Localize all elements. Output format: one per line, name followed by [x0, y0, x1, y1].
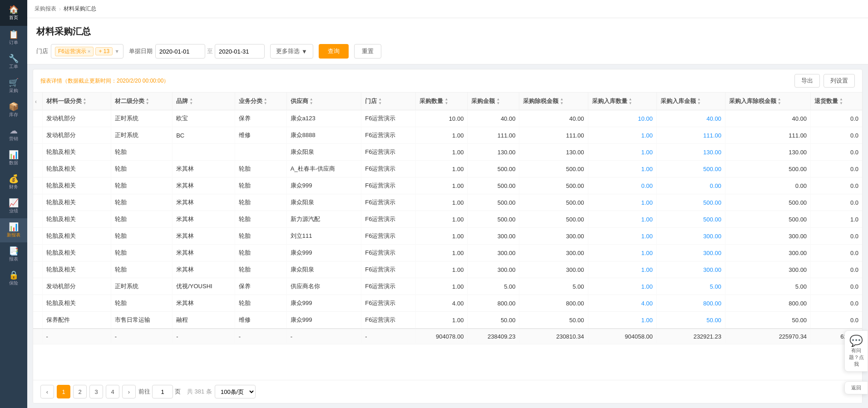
sidebar-item-insurance[interactable]: 🔒 保险 — [0, 266, 27, 290]
th-brand[interactable]: 品牌 ▲▼ — [173, 93, 235, 110]
table-cell[interactable]: 5.00 — [656, 278, 725, 295]
store-tag-close[interactable]: × — [88, 49, 90, 54]
table-cell[interactable]: 800.00 — [656, 295, 725, 312]
col-set-button[interactable]: 列设置 — [824, 74, 855, 88]
back-button[interactable]: 返回 — [844, 381, 868, 394]
table-cell[interactable]: 500.00 — [656, 194, 725, 211]
table-cell[interactable]: 300.00 — [656, 261, 725, 278]
sidebar-label-stock: 库存 — [9, 112, 18, 118]
table-cell[interactable]: 1.00 — [588, 245, 656, 261]
table-cell: 轮胎及相关 — [42, 194, 111, 211]
sidebar-item-stock[interactable]: 📦 库存 — [0, 98, 27, 122]
table-cell: 1.00 — [416, 228, 468, 245]
left-scroll-icon[interactable]: ‹ — [35, 98, 37, 105]
chevron-down-icon: ▼ — [301, 48, 307, 55]
table-cell: 0.0 — [811, 177, 862, 194]
table-toolbar: 报表详情（数据截止更新时间：2020/2/20 00:00:00） 导出 列设置 — [33, 69, 862, 93]
sidebar-item-report[interactable]: 📑 报表 — [0, 242, 27, 266]
table-cell[interactable]: 300.00 — [656, 245, 725, 261]
table-cell[interactable]: 1.00 — [588, 312, 656, 329]
table-cell[interactable]: 50.00 — [656, 312, 725, 329]
sidebar-item-finance[interactable]: 💰 财务 — [0, 170, 27, 194]
more-filter-button[interactable]: 更多筛选 ▼ — [270, 44, 313, 59]
th-tax-amount[interactable]: 采购除税金额 ▲▼ — [519, 93, 588, 110]
date-to-input[interactable] — [215, 44, 265, 59]
table-cell: A_杜春丰-供应商 — [286, 161, 361, 177]
table-cell[interactable]: 1.00 — [588, 194, 656, 211]
table-cell: 康众999 — [286, 177, 361, 194]
page-goto-input[interactable] — [152, 385, 173, 398]
table-cell[interactable]: 1.00 — [588, 211, 656, 228]
table-cell: 发动机部分 — [42, 110, 111, 127]
th-qty[interactable]: 采购数量 ▲▼ — [416, 93, 468, 110]
sidebar-item-marketing[interactable]: ☁ 营销 — [0, 122, 27, 146]
table-cell: 轮胎及相关 — [42, 211, 111, 228]
sidebar-item-work[interactable]: 🔧 工单 — [0, 50, 27, 74]
table-scroll[interactable]: ‹ 材料一级分类 ▲▼ 材二级分类 ▲▼ — [33, 93, 862, 380]
table-cell[interactable]: 500.00 — [656, 211, 725, 228]
page-size-select[interactable]: 100条/页 50条/页 200条/页 — [215, 385, 256, 398]
th-cat2[interactable]: 材二级分类 ▲▼ — [111, 93, 173, 110]
table-cell: 轮胎 — [111, 261, 173, 278]
table-cell: F6运营演示 — [361, 194, 416, 211]
table-cell: 500.00 — [519, 194, 588, 211]
table-cell[interactable]: 0.00 — [656, 177, 725, 194]
sidebar-item-data[interactable]: 📊 数据 — [0, 146, 27, 170]
page-btn-4[interactable]: 4 — [106, 385, 119, 398]
summary-cell: - — [42, 329, 111, 344]
store-filter-input[interactable]: F6运营演示 × + 13 ▼ — [51, 44, 123, 59]
th-store[interactable]: 门店 ▲▼ — [361, 93, 416, 110]
query-button[interactable]: 查询 — [319, 44, 349, 59]
sort-icon-qty: ▲▼ — [444, 98, 448, 105]
left-scroll-th: ‹ — [33, 93, 42, 110]
table-cell[interactable]: 1.00 — [588, 127, 656, 144]
table-cell[interactable]: 111.00 — [656, 127, 725, 144]
th-in-qty[interactable]: 采购入库数量 ▲▼ — [588, 93, 656, 110]
table-cell[interactable]: 130.00 — [656, 144, 725, 161]
table-cell[interactable]: 10.00 — [588, 110, 656, 127]
export-button[interactable]: 导出 — [794, 74, 820, 88]
table-cell[interactable]: 1.00 — [588, 261, 656, 278]
table-cell[interactable]: 1.00 — [588, 144, 656, 161]
table-cell: 111.00 — [468, 127, 519, 144]
page-btn-1[interactable]: 1 — [57, 385, 70, 398]
sidebar-item-home[interactable]: 🏠 首页 — [0, 0, 27, 26]
help-widget[interactable]: 💬 有问题？点我 — [844, 330, 868, 372]
date-from-input[interactable] — [155, 44, 205, 59]
table-cell[interactable]: 300.00 — [656, 228, 725, 245]
page-goto: 前往 页 — [138, 385, 181, 398]
th-amount[interactable]: 采购金额 ▲▼ — [468, 93, 519, 110]
table-cell: 融程 — [173, 312, 235, 329]
breadcrumb-parent[interactable]: 采购报表 — [35, 5, 56, 13]
page-next-button[interactable]: › — [122, 385, 136, 398]
table-cell[interactable]: 0.00 — [588, 177, 656, 194]
th-cat1[interactable]: 材料一级分类 ▲▼ — [42, 93, 111, 110]
table-cell[interactable]: 500.00 — [656, 161, 725, 177]
sort-icon-return-qty: ▲▼ — [839, 98, 843, 105]
table-cell[interactable]: 1.00 — [588, 161, 656, 177]
table-cell — [33, 177, 42, 194]
table-cell[interactable]: 4.00 — [588, 295, 656, 312]
table-cell: 300.00 — [725, 261, 810, 278]
th-biz[interactable]: 业务分类 ▲▼ — [235, 93, 286, 110]
sidebar-item-order[interactable]: 📋 订单 — [0, 26, 27, 50]
table-cell — [33, 211, 42, 228]
th-in-tax-amount[interactable]: 采购入库除税金额 ▲▼ — [725, 93, 810, 110]
sidebar-item-purchase[interactable]: 🛒 采购 — [0, 74, 27, 98]
table-cell[interactable]: 1.00 — [588, 228, 656, 245]
summary-cell: 904078.00 — [416, 329, 468, 344]
table-cell[interactable]: 1.00 — [588, 278, 656, 295]
reset-button[interactable]: 重置 — [354, 44, 381, 59]
table-cell: 保养 — [235, 110, 286, 127]
table-cell[interactable]: 40.00 — [656, 110, 725, 127]
sidebar-item-newreport[interactable]: 📊 新报表 — [0, 218, 27, 242]
th-in-amount[interactable]: 采购入库金额 ▲▼ — [656, 93, 725, 110]
th-supplier[interactable]: 供应商 ▲▼ — [286, 93, 361, 110]
page-btn-2[interactable]: 2 — [73, 385, 87, 398]
table-cell: 1.00 — [416, 144, 468, 161]
sidebar-label-data: 数据 — [9, 160, 18, 166]
page-btn-3[interactable]: 3 — [89, 385, 103, 398]
sidebar-item-performance[interactable]: 📈 业绩 — [0, 194, 27, 218]
page-prev-button[interactable]: ‹ — [40, 385, 54, 398]
th-return-qty[interactable]: 退货数量 ▲▼ — [811, 93, 862, 110]
